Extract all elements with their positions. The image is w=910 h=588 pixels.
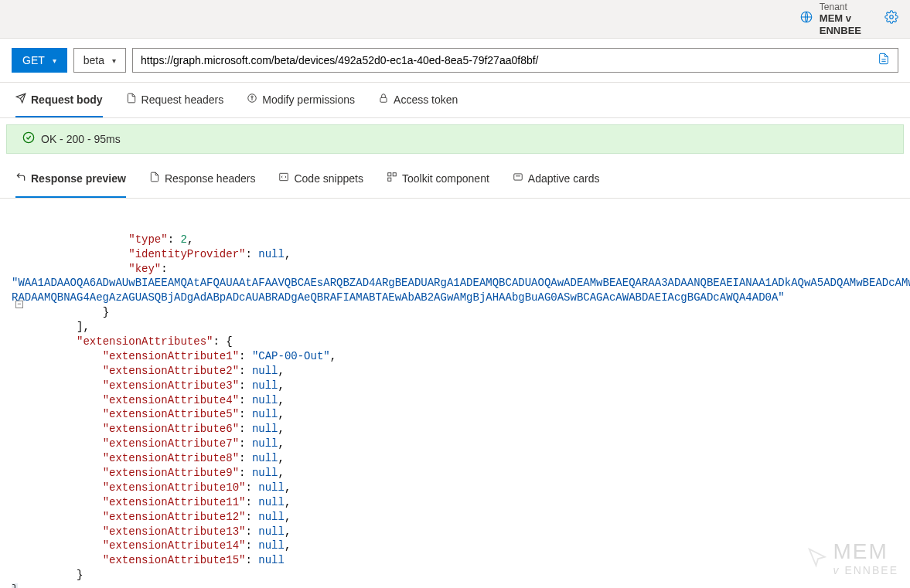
tab-code-snippets[interactable]: Code snippets bbox=[278, 160, 363, 198]
request-tabs: Request body Request headers Modify perm… bbox=[0, 83, 910, 118]
card-icon bbox=[513, 172, 523, 185]
tab-label: Request body bbox=[31, 93, 103, 106]
svg-point-7 bbox=[251, 96, 253, 97]
gear-icon[interactable] bbox=[884, 10, 898, 28]
svg-rect-12 bbox=[393, 173, 396, 176]
chevron-down-icon: ▾ bbox=[53, 56, 56, 65]
tab-response-headers[interactable]: Response headers bbox=[149, 160, 256, 198]
tab-response-preview[interactable]: Response preview bbox=[15, 160, 126, 198]
collapse-toggle[interactable]: − bbox=[15, 301, 23, 308]
app-header: Tenant MEM v ENNBEE bbox=[0, 0, 910, 39]
svg-rect-8 bbox=[380, 97, 387, 102]
tab-label: Access token bbox=[394, 93, 458, 106]
api-version-dropdown[interactable]: beta ▾ bbox=[73, 48, 126, 73]
key-icon bbox=[247, 93, 257, 106]
lock-icon bbox=[378, 93, 389, 106]
code-icon bbox=[278, 172, 289, 185]
tab-label: Response headers bbox=[165, 172, 256, 185]
response-json[interactable]: − ······ "type": 2, ······ "identityProv… bbox=[0, 199, 910, 588]
undo-icon bbox=[15, 172, 26, 185]
tenant-label: Tenant bbox=[820, 2, 861, 12]
check-circle-icon bbox=[22, 131, 35, 147]
tab-toolkit-component[interactable]: Toolkit component bbox=[387, 160, 489, 198]
tab-label: Request headers bbox=[141, 93, 224, 106]
status-bar: OK - 200 - 95ms bbox=[6, 124, 904, 154]
svg-rect-13 bbox=[388, 178, 391, 181]
tab-request-body[interactable]: Request body bbox=[15, 83, 103, 117]
send-icon bbox=[15, 93, 26, 106]
query-bar: GET ▾ beta ▾ bbox=[0, 39, 910, 83]
svg-point-1 bbox=[890, 15, 894, 19]
api-version-label: beta bbox=[84, 54, 104, 66]
response-tabs: Response preview Response headers Code s… bbox=[0, 160, 910, 199]
svg-point-9 bbox=[23, 132, 33, 142]
tab-modify-permissions[interactable]: Modify permissions bbox=[247, 83, 355, 117]
tab-label: Response preview bbox=[31, 172, 126, 185]
tenant-name-1: MEM v bbox=[820, 12, 861, 25]
tab-adaptive-cards[interactable]: Adaptive cards bbox=[513, 160, 600, 198]
tab-label: Code snippets bbox=[294, 172, 363, 185]
svg-rect-14 bbox=[514, 174, 523, 180]
tab-label: Toolkit component bbox=[402, 172, 489, 185]
tab-label: Adaptive cards bbox=[528, 172, 600, 185]
document-icon bbox=[149, 172, 160, 185]
tenant-block[interactable]: Tenant MEM v ENNBEE bbox=[799, 2, 861, 37]
query-url-input[interactable] bbox=[141, 54, 871, 66]
svg-rect-11 bbox=[388, 173, 391, 176]
tab-request-headers[interactable]: Request headers bbox=[126, 83, 224, 117]
http-method-label: GET bbox=[22, 54, 45, 66]
document-icon[interactable] bbox=[871, 53, 890, 68]
component-icon bbox=[387, 172, 397, 185]
query-url-field[interactable] bbox=[132, 48, 898, 73]
tab-access-token[interactable]: Access token bbox=[378, 83, 458, 117]
tenant-name-2: ENNBEE bbox=[820, 25, 861, 37]
tenant-info: Tenant MEM v ENNBEE bbox=[820, 2, 861, 37]
document-icon bbox=[126, 93, 137, 106]
svg-rect-10 bbox=[280, 173, 288, 180]
chevron-down-icon: ▾ bbox=[112, 56, 116, 65]
globe-icon bbox=[799, 10, 813, 28]
http-method-dropdown[interactable]: GET ▾ bbox=[12, 48, 67, 73]
status-text: OK - 200 - 95ms bbox=[41, 133, 121, 145]
tab-label: Modify permissions bbox=[262, 93, 355, 106]
